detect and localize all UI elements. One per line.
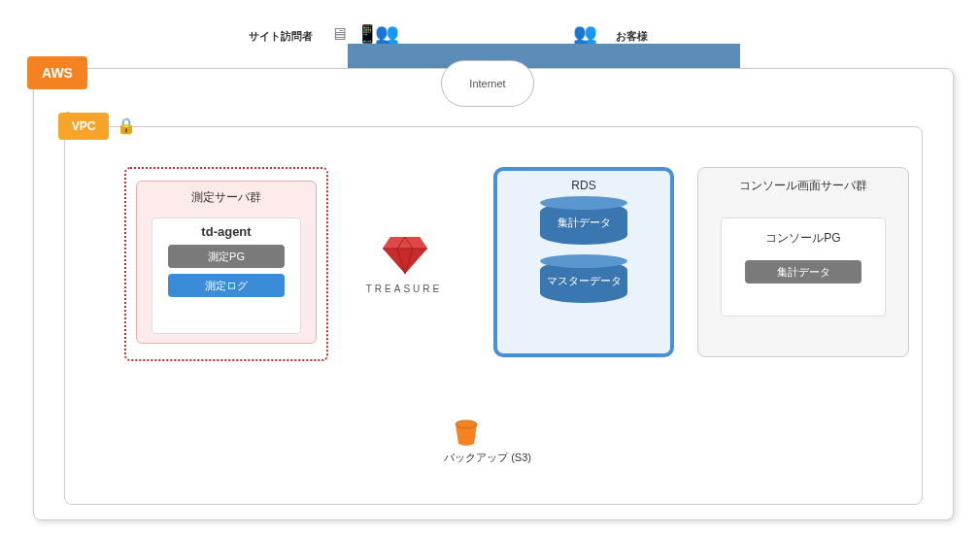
visitors-label: サイト訪問者 [249, 29, 313, 44]
db-aggregate-label: 集計データ [540, 216, 627, 230]
lock-icon: 🔒 [117, 117, 136, 135]
treasure-gem-icon [381, 227, 429, 276]
internet-cloud: Internet [441, 60, 534, 107]
console-pg-box: コンソールPG 集計データ [721, 217, 886, 317]
svg-marker-3 [383, 237, 427, 249]
chip-measure-pg-label: 測定PG [208, 250, 245, 264]
chip-console-aggregate: 集計データ [745, 260, 862, 284]
chip-console-aggregate-label: 集計データ [777, 265, 830, 280]
bucket-icon [453, 419, 480, 447]
backup-label: バックアップ (S3) [429, 451, 546, 465]
vpc-tag-label: VPC [72, 119, 96, 133]
db-master-label: マスターデータ [540, 274, 627, 288]
rds-title: RDS [497, 171, 670, 192]
chip-measure-log-label: 測定ログ [205, 279, 248, 293]
rds-box: RDS 集計データ マスターデータ [493, 167, 674, 357]
people-icon: 👥 [375, 21, 399, 45]
measurement-server-title: 測定サーバ群 [137, 189, 316, 206]
console-title: コンソール画面サーバ群 [698, 178, 908, 194]
aws-tag: AWS [27, 56, 87, 89]
chip-measure-pg: 測定PG [168, 245, 285, 268]
console-pg-title: コンソールPG [722, 218, 885, 247]
devices-icon: 🖥 📱 [330, 23, 380, 45]
tdagent-title: td-agent [152, 218, 300, 239]
chip-measure-log: 測定ログ [168, 274, 285, 297]
customer-label: お客様 [616, 29, 648, 44]
db-aggregate: 集計データ [540, 202, 627, 250]
customer-people-icon: 👥 [573, 21, 597, 45]
aws-tag-label: AWS [42, 65, 73, 81]
tdagent-box: td-agent 測定PG 測定ログ [152, 217, 301, 334]
treasure-label: TREASURE [363, 284, 445, 294]
internet-label: Internet [469, 78, 505, 89]
db-master: マスターデータ [540, 260, 627, 309]
vpc-tag: VPC [58, 113, 109, 140]
